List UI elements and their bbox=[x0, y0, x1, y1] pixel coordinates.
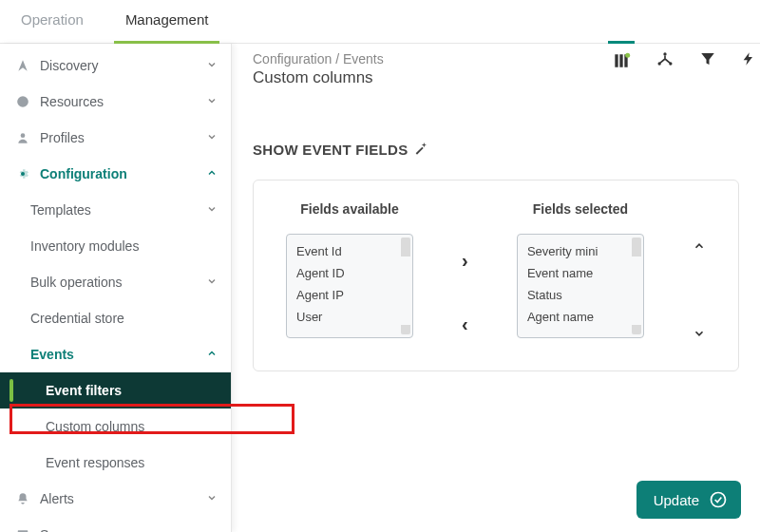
list-item[interactable]: User bbox=[296, 306, 403, 328]
list-item[interactable]: Severity mini bbox=[527, 240, 634, 262]
chevron-down-icon bbox=[206, 94, 218, 109]
sidebar-item-label: Alerts bbox=[40, 491, 206, 506]
top-tabs: Operation Management bbox=[0, 0, 760, 44]
available-label: Fields available bbox=[300, 201, 399, 217]
move-up-button[interactable] bbox=[693, 239, 706, 256]
page-title: Custom columns bbox=[253, 68, 739, 87]
sidebar-item-label: Profiles bbox=[40, 130, 206, 145]
sidebar-item-label: Bulk operations bbox=[30, 275, 206, 290]
sidebar-item-credential-store[interactable]: Credential store bbox=[0, 300, 231, 336]
check-circle-icon bbox=[709, 490, 728, 509]
sidebar-item-resources[interactable]: Resources bbox=[0, 84, 231, 120]
sidebar-item-label: Events bbox=[30, 347, 206, 362]
sidebar-item-label: Discovery bbox=[40, 58, 206, 73]
move-arrows: › ‹ bbox=[462, 210, 468, 335]
available-column: Fields available Event Id Agent ID Agent… bbox=[286, 201, 413, 338]
sidebar-item-custom-columns[interactable]: Custom columns bbox=[0, 408, 231, 445]
move-down-button[interactable] bbox=[693, 327, 706, 344]
chevron-down-icon bbox=[206, 527, 218, 532]
reorder-arrows bbox=[693, 201, 706, 344]
sidebar-item-templates[interactable]: Templates bbox=[0, 192, 231, 228]
chevron-up-icon bbox=[206, 347, 218, 362]
gear-icon bbox=[13, 166, 32, 181]
sidebar-item-label: Resources bbox=[40, 94, 206, 109]
user-icon bbox=[13, 131, 32, 144]
sidebar-item-label: Event filters bbox=[46, 383, 218, 398]
sidebar-item-label: Templates bbox=[30, 202, 206, 218]
sidebar-item-event-responses[interactable]: Event responses bbox=[0, 445, 231, 481]
svg-point-4 bbox=[625, 53, 630, 58]
list-item[interactable]: Event Id bbox=[296, 240, 403, 262]
sidebar-item-label: Servers bbox=[40, 527, 206, 532]
compass-icon bbox=[13, 59, 32, 72]
selected-column: Fields selected Severity mini Event name… bbox=[517, 201, 644, 338]
tab-management[interactable]: Management bbox=[104, 0, 230, 43]
available-listbox[interactable]: Event Id Agent ID Agent IP User bbox=[286, 234, 413, 338]
breadcrumb-sep: / bbox=[332, 51, 343, 66]
filter-icon[interactable] bbox=[699, 50, 716, 67]
resources-icon bbox=[13, 95, 32, 108]
sidebar-item-configuration[interactable]: Configuration bbox=[0, 156, 231, 192]
sidebar-item-event-filters[interactable]: Event filters bbox=[0, 372, 231, 408]
tab-operation[interactable]: Operation bbox=[0, 0, 104, 43]
chevron-down-icon bbox=[206, 202, 218, 218]
svg-point-8 bbox=[712, 493, 726, 507]
chevron-down-icon bbox=[206, 275, 218, 290]
sidebar-item-bulk-operations[interactable]: Bulk operations bbox=[0, 264, 231, 300]
sidebar-item-inventory-modules[interactable]: Inventory modules bbox=[0, 228, 231, 264]
sidebar-item-events[interactable]: Events bbox=[0, 336, 231, 372]
sidebar-item-label: Inventory modules bbox=[30, 238, 218, 254]
sidebar: Discovery Resources Profiles bbox=[0, 44, 232, 532]
sidebar-item-discovery[interactable]: Discovery bbox=[0, 48, 231, 84]
chevron-up-icon bbox=[206, 166, 218, 181]
update-button-label: Update bbox=[654, 492, 699, 508]
selected-listbox[interactable]: Severity mini Event name Status Agent na… bbox=[517, 234, 644, 338]
svg-point-0 bbox=[21, 133, 26, 138]
toolbar-icons bbox=[612, 48, 756, 70]
sidebar-item-profiles[interactable]: Profiles bbox=[0, 120, 231, 156]
sidebar-item-label: Custom columns bbox=[46, 419, 218, 434]
list-item[interactable]: Agent IP bbox=[296, 284, 403, 306]
chevron-down-icon bbox=[206, 130, 218, 145]
move-right-button[interactable]: › bbox=[462, 250, 468, 272]
section-title-label: SHOW EVENT FIELDS bbox=[253, 142, 408, 158]
main-content: Configuration / Events Custom columns SH… bbox=[232, 44, 760, 532]
sidebar-item-alerts[interactable]: Alerts bbox=[0, 481, 231, 517]
breadcrumb-part[interactable]: Configuration bbox=[253, 51, 332, 66]
section-title: SHOW EVENT FIELDS bbox=[253, 141, 739, 159]
chevron-down-icon bbox=[206, 491, 218, 506]
list-item[interactable]: Event name bbox=[527, 262, 634, 284]
sidebar-item-label: Event responses bbox=[46, 455, 218, 470]
fields-card: Fields available Event Id Agent ID Agent… bbox=[253, 180, 739, 371]
list-item[interactable]: Agent name bbox=[527, 306, 634, 328]
selected-label: Fields selected bbox=[533, 201, 628, 217]
breadcrumb-part[interactable]: Events bbox=[343, 51, 384, 66]
sidebar-item-servers[interactable]: Servers bbox=[0, 517, 231, 532]
sidebar-item-label: Configuration bbox=[40, 166, 206, 181]
move-left-button[interactable]: ‹ bbox=[462, 314, 468, 335]
network-icon[interactable] bbox=[656, 49, 674, 68]
list-item[interactable]: Agent ID bbox=[296, 262, 403, 284]
bolt-icon[interactable] bbox=[741, 49, 756, 68]
server-icon bbox=[13, 528, 32, 532]
list-item[interactable]: Status bbox=[527, 284, 634, 306]
bell-icon bbox=[13, 492, 32, 505]
update-button[interactable]: Update bbox=[636, 481, 741, 519]
columns-icon[interactable] bbox=[612, 48, 631, 70]
svg-point-5 bbox=[663, 52, 666, 55]
chevron-down-icon bbox=[206, 58, 218, 73]
wand-icon bbox=[413, 141, 428, 159]
sidebar-item-label: Credential store bbox=[30, 311, 218, 326]
